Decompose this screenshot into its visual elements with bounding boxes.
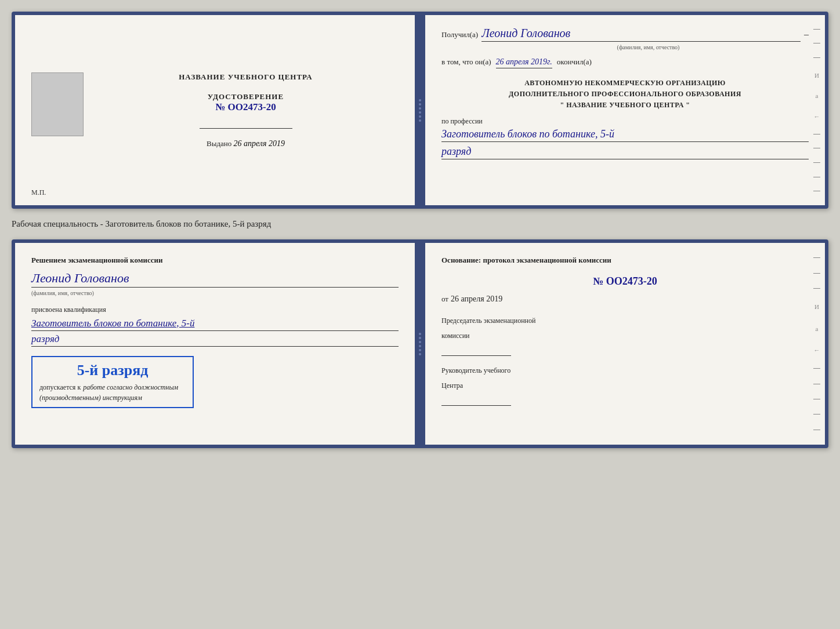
top-doc-right: Получил(a) Леонид Голованов – (фамилия, … (425, 15, 825, 205)
auto-org-line2: ДОПОЛНИТЕЛЬНОГО ПРОФЕССИОНАЛЬНОГО ОБРАЗО… (441, 89, 809, 100)
training-center-title: НАЗВАНИЕ УЧЕБНОГО ЦЕНТРА (179, 72, 313, 82)
rukovoditel-label1: Руководитель учебного (441, 365, 809, 376)
stamp-dopusk-prefix: допускается к (39, 383, 81, 391)
osnovanie-text: Основание: протокол экзаменационной коми… (441, 254, 809, 266)
poluchil-prefix: Получил(a) (441, 30, 478, 39)
vtom-date: 26 апреля 2019г. (496, 57, 552, 68)
udost-number: № OO2473-20 (208, 101, 284, 113)
rukovoditel-signature-line (441, 395, 511, 406)
auto-org-line3: " НАЗВАНИЕ УЧЕБНОГО ЦЕНТРА " (441, 100, 809, 111)
mp-label: М.П. (31, 188, 46, 197)
bottom-spine (415, 243, 425, 445)
protocol-number: № OO2473-20 (441, 275, 809, 288)
specialty-label: Рабочая специальность - Заготовитель бло… (12, 218, 828, 230)
fio-subtitle-top: (фамилия, имя, отчество) (488, 44, 809, 50)
bottom-fio-subtitle: (фамилия, имя, отчество) (31, 290, 399, 296)
vtom-prefix: в том, что он(а) (441, 57, 491, 67)
prisvoena-text: присвоена квалификация (31, 306, 399, 314)
razryad-text: разряд (441, 146, 809, 159)
photo-placeholder (31, 72, 84, 136)
vydano-prefix: Выдано (207, 139, 231, 148)
vydano-date: 26 апреля 2019 (234, 139, 285, 148)
bottom-right-decoration: И а ← (813, 243, 820, 445)
qualification-text: Заготовитель блоков по ботанике, 5-й (31, 318, 399, 331)
right-decoration: И а ← (813, 15, 820, 205)
auto-org-line1: АВТОНОМНУЮ НЕКОММЕРЧЕСКУЮ ОРГАНИЗАЦИЮ (441, 78, 809, 89)
chairman-label1: Председатель экзаменационной (441, 315, 809, 326)
bottom-doc-right: Основание: протокол экзаменационной коми… (425, 243, 825, 445)
auto-org-block: АВТОНОМНУЮ НЕКОММЕРЧЕСКУЮ ОРГАНИЗАЦИЮ ДО… (441, 78, 809, 111)
chairman-block: Председатель экзаменационной комиссии (441, 315, 809, 356)
top-doc-left: НАЗВАНИЕ УЧЕБНОГО ЦЕНТРА УДОСТОВЕРЕНИЕ №… (15, 15, 415, 205)
stamp-dopusk-italic1: работе согласно должностным (83, 383, 178, 391)
profession-text: Заготовитель блоков по ботанике, 5-й (441, 128, 809, 142)
rukovoditel-label2: Центра (441, 380, 809, 391)
ot-date: 26 апреля 2019 (451, 294, 502, 304)
stamp-dopusk-italic2: (производственным) инструкциям (39, 394, 142, 402)
bottom-person-name: Леонид Голованов (31, 271, 399, 288)
okonchil-text: окончил(a) (557, 57, 592, 67)
stamp-box: 5-й разряд допускается к работе согласно… (31, 356, 194, 408)
po-professii-label: по профессии (441, 117, 809, 126)
udost-block: УДОСТОВЕРЕНИЕ № OO2473-20 (208, 92, 284, 113)
recipient-name: Леонид Голованов (481, 27, 801, 42)
dash: – (804, 29, 809, 39)
resheniem-text: Решением экзаменационной комиссии (31, 254, 399, 266)
top-document: НАЗВАНИЕ УЧЕБНОГО ЦЕНТРА УДОСТОВЕРЕНИЕ №… (12, 12, 828, 209)
ot-prefix: от (441, 294, 448, 304)
stamp-rank: 5-й разряд (39, 362, 186, 379)
vydano-line: Выдано 26 апреля 2019 (207, 139, 285, 148)
spine (415, 15, 425, 205)
bottom-document: Решением экзаменационной комиссии Леонид… (12, 239, 828, 448)
udost-label: УДОСТОВЕРЕНИЕ (208, 92, 284, 101)
chairman-signature-line (441, 346, 511, 356)
rukovoditel-block: Руководитель учебного Центра (441, 365, 809, 406)
bottom-doc-left: Решением экзаменационной комиссии Леонид… (15, 243, 415, 445)
bottom-razryad: разряд (31, 333, 399, 347)
chairman-label2: комиссии (441, 330, 809, 341)
